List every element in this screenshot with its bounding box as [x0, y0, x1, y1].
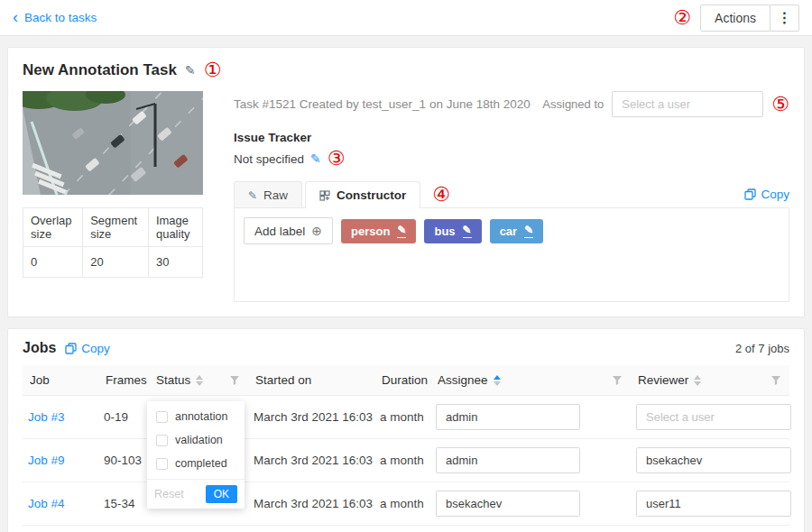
frames-cell: 90-103: [98, 439, 149, 482]
more-actions-button[interactable]: ⋮: [770, 5, 799, 32]
job-link[interactable]: Job #3: [28, 410, 65, 424]
tab-constructor[interactable]: Constructor: [305, 181, 420, 208]
job-reviewer-input[interactable]: [636, 447, 791, 473]
edit-task-name-icon[interactable]: ✎: [185, 63, 196, 78]
assigned-to-label: Assigned to: [542, 97, 604, 111]
edit-label-icon[interactable]: ✎: [397, 225, 406, 237]
status-filter-dropdown: annotation validation completed Reset OK: [147, 401, 245, 509]
param-value-segment: 20: [83, 247, 149, 278]
column-job: Job: [23, 365, 98, 396]
copy-icon: [65, 343, 77, 354]
duration-cell: a month: [374, 526, 430, 532]
callout-3: ③: [328, 149, 346, 169]
tab-raw[interactable]: ✎ Raw: [234, 181, 302, 207]
filter-option-label: completed: [175, 457, 227, 470]
checkbox-annotation[interactable]: [156, 411, 168, 423]
status-filter-icon[interactable]: [228, 374, 241, 387]
edit-label-icon[interactable]: ✎: [524, 225, 533, 237]
callout-4: ④: [432, 185, 450, 205]
actions-button[interactable]: Actions: [700, 5, 770, 32]
duration-cell: a month: [374, 482, 430, 526]
duration-cell: a month: [374, 396, 430, 439]
edit-label-icon[interactable]: ✎: [463, 225, 472, 237]
filter-option-validation[interactable]: validation: [147, 428, 245, 452]
copy-icon: [744, 188, 756, 200]
task-title: New Annotation Task: [23, 61, 177, 79]
duration-cell: a month: [374, 439, 430, 482]
reviewer-sort-icon[interactable]: [694, 375, 701, 386]
assignee-filter-icon[interactable]: [611, 374, 623, 387]
back-to-tasks-label: Back to tasks: [24, 11, 97, 24]
assignee-sort-icon[interactable]: [494, 375, 501, 386]
label-chip-car[interactable]: car ✎: [490, 219, 544, 243]
frames-cell: 15-34: [98, 482, 149, 526]
filter-ok-button[interactable]: OK: [206, 485, 237, 503]
checkbox-validation[interactable]: [156, 435, 168, 446]
param-header-segment: Segment size: [83, 208, 149, 247]
job-assignee-input[interactable]: [436, 491, 580, 517]
job-row-3: Job #4 15-34 March 3rd 2021 16:03 a mont…: [23, 482, 789, 526]
copy-jobs-label: Copy: [81, 342, 110, 355]
jobs-count: 2 of 7 jobs: [735, 342, 789, 355]
column-started-on: Started on: [248, 365, 374, 396]
issue-tracker-label: Issue Tracker: [234, 131, 789, 144]
frames-cell: 0-19: [98, 396, 149, 439]
top-navigation-bar: ‹ Back to tasks ② Actions ⋮: [0, 0, 812, 36]
task-parameters-table: Overlap size Segment size Image quality …: [23, 207, 203, 278]
road-scene-illustration: [23, 91, 203, 195]
label-name: bus: [434, 225, 455, 238]
filter-option-label: annotation: [175, 410, 227, 423]
column-reviewer[interactable]: Reviewer: [631, 365, 789, 396]
job-link[interactable]: Job #9: [28, 454, 65, 467]
filter-reset-link[interactable]: Reset: [154, 488, 184, 500]
job-assignee-input[interactable]: [436, 404, 580, 430]
column-assignee[interactable]: Assignee: [430, 365, 631, 396]
jobs-title: Jobs: [23, 340, 56, 356]
callout-2: ②: [673, 8, 691, 28]
job-row-2: Job #9 90-103 March 3rd 2021 16:03 a mon…: [23, 439, 789, 482]
label-name: car: [500, 225, 518, 238]
started-cell: March 3rd 2021 16:03: [248, 526, 374, 532]
kebab-icon: ⋮: [778, 10, 792, 25]
column-frames: Frames: [98, 365, 149, 396]
filter-option-completed[interactable]: completed: [147, 452, 245, 475]
job-assignee-input[interactable]: [436, 447, 580, 473]
callout-1: ①: [204, 60, 222, 80]
param-header-quality: Image quality: [148, 208, 202, 247]
filter-option-annotation[interactable]: annotation: [147, 405, 245, 428]
label-chip-bus[interactable]: bus ✎: [424, 219, 481, 243]
tab-raw-label: Raw: [263, 188, 288, 202]
job-row-1: Job #3 0-19 March 3rd 2021 16:03 a month: [23, 396, 789, 439]
label-chip-person[interactable]: person ✎: [341, 219, 416, 243]
label-name: person: [351, 225, 390, 238]
back-to-tasks-link[interactable]: ‹ Back to tasks: [13, 11, 97, 25]
add-label-button[interactable]: Add label ⊕: [244, 217, 333, 244]
job-link[interactable]: Job #4: [28, 497, 65, 510]
param-value-quality: 30: [148, 247, 202, 278]
copy-jobs-link[interactable]: Copy: [65, 342, 110, 355]
jobs-header-row: Job Frames Status Started on Duration: [23, 365, 789, 396]
frames-cell: 75-94: [98, 526, 149, 532]
status-cell: completed ?: [149, 526, 248, 532]
status-sort-icon[interactable]: [196, 375, 203, 386]
job-reviewer-input[interactable]: [636, 491, 791, 517]
param-header-overlap: Overlap size: [23, 208, 83, 247]
job-reviewer-input[interactable]: [636, 404, 791, 430]
task-details-card: New Annotation Task ✎ ①: [7, 47, 805, 317]
task-meta-text: Task #1521 Created by test_user_1 on Jun…: [234, 97, 531, 111]
task-preview-image: [23, 91, 203, 195]
column-status[interactable]: Status: [149, 365, 248, 396]
copy-labels-label: Copy: [761, 188, 789, 201]
column-duration: Duration: [374, 365, 430, 396]
started-cell: March 3rd 2021 16:03: [248, 482, 374, 526]
reviewer-filter-icon[interactable]: [770, 374, 782, 387]
edit-issue-tracker-icon[interactable]: ✎: [310, 151, 321, 166]
task-assignee-input[interactable]: [612, 91, 763, 117]
copy-labels-link[interactable]: Copy: [744, 188, 789, 201]
jobs-card: Jobs Copy 2 of 7 jobs Job Frames Status: [7, 328, 805, 532]
labels-constructor-panel: Add label ⊕ person ✎ bus ✎ car ✎: [234, 208, 789, 302]
checkbox-completed[interactable]: [156, 458, 168, 470]
raw-pencil-icon: ✎: [248, 189, 257, 202]
param-value-overlap: 0: [23, 247, 83, 278]
job-row-4: Job #8 75-94 completed ? March 3rd 2021 …: [23, 526, 789, 532]
